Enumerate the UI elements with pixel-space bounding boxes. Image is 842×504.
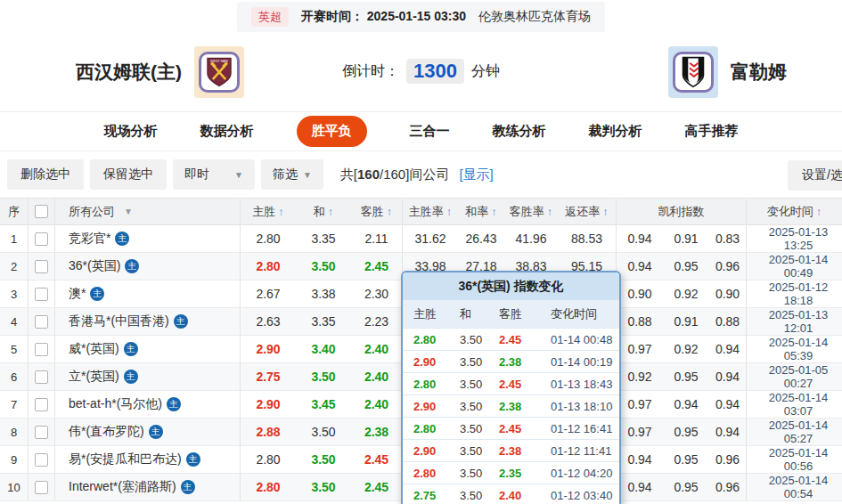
row-index: 8 bbox=[0, 419, 29, 445]
row-checkbox[interactable] bbox=[35, 288, 48, 301]
popup-odds-value: 3.50 bbox=[460, 355, 499, 369]
tab-item[interactable]: 三合一 bbox=[410, 123, 450, 140]
header-change-time[interactable]: 变化时间↑ bbox=[747, 199, 842, 224]
draw-odds-cell[interactable]: 3.35 bbox=[296, 308, 351, 335]
home-odds-cell[interactable]: 2.88 bbox=[241, 419, 296, 445]
kelly-cell: 0.97 bbox=[617, 336, 663, 362]
home-odds-cell[interactable]: 2.75 bbox=[241, 363, 296, 390]
home-odds-cell[interactable]: 2.67 bbox=[241, 280, 296, 307]
draw-odds-cell[interactable]: 3.45 bbox=[296, 391, 351, 418]
away-odds-cell[interactable]: 2.38 bbox=[351, 419, 403, 445]
draw-odds-cell[interactable]: 3.50 bbox=[296, 446, 351, 473]
row-checkbox[interactable] bbox=[35, 315, 48, 329]
draw-odds-cell[interactable]: 3.50 bbox=[296, 363, 351, 390]
kickoff-label: 开赛时间： bbox=[301, 9, 364, 23]
popup-odds-value: 2.75 bbox=[413, 489, 460, 502]
away-odds-cell[interactable]: 2.40 bbox=[351, 336, 403, 362]
away-odds-cell[interactable]: 2.40 bbox=[351, 391, 403, 418]
draw-odds-cell[interactable]: 3.40 bbox=[296, 336, 351, 362]
home-odds-cell[interactable]: 2.90 bbox=[241, 391, 296, 418]
row-checkbox[interactable] bbox=[35, 343, 48, 356]
home-odds-cell[interactable]: 2.80 bbox=[241, 253, 296, 280]
draw-odds-cell[interactable]: 3.50 bbox=[296, 253, 351, 280]
home-odds-cell[interactable]: 2.80 bbox=[241, 446, 296, 473]
away-odds-cell[interactable]: 2.45 bbox=[351, 474, 403, 500]
filter-label: 筛选 bbox=[273, 167, 298, 183]
company-name[interactable]: 易*(安提瓜和巴布达) bbox=[69, 451, 182, 467]
tab-item[interactable]: 现场分析 bbox=[104, 123, 158, 140]
header-away-odds[interactable]: 客胜↑ bbox=[351, 199, 403, 224]
company-name[interactable]: 澳* bbox=[69, 286, 86, 302]
away-odds-cell[interactable]: 2.11 bbox=[351, 225, 403, 252]
away-odds-cell[interactable]: 2.40 bbox=[351, 363, 403, 390]
home-odds-cell[interactable]: 2.90 bbox=[241, 336, 296, 362]
kelly-cell: 0.88 bbox=[617, 308, 663, 335]
away-team-logo bbox=[668, 46, 718, 98]
row-checkbox[interactable] bbox=[35, 453, 48, 467]
tab-item[interactable]: 裁判分析 bbox=[589, 123, 642, 140]
draw-odds-cell[interactable]: 3.35 bbox=[296, 225, 351, 252]
header-draw-rate[interactable]: 和率↑ bbox=[458, 199, 504, 224]
away-odds-cell[interactable]: 2.45 bbox=[351, 446, 403, 473]
settings-select-button[interactable]: 设置/选择 bbox=[788, 160, 842, 191]
away-odds-cell[interactable]: 2.23 bbox=[351, 308, 403, 335]
delete-selected-button[interactable]: 删除选中 bbox=[7, 159, 84, 190]
sort-up-icon: ↑ bbox=[446, 205, 453, 218]
header-away-rate[interactable]: 客胜率↑ bbox=[504, 199, 558, 224]
company-name[interactable]: 伟*(直布罗陀) bbox=[69, 424, 144, 440]
company-cell: 36*(英国)主 bbox=[55, 253, 241, 280]
popup-odds-value: 2.38 bbox=[499, 444, 551, 458]
popup-row: 2.903.502.3801-12 11:41 bbox=[403, 439, 619, 461]
countdown-value: 1300 bbox=[406, 59, 464, 84]
row-checkbox[interactable] bbox=[35, 370, 48, 384]
row-checkbox[interactable] bbox=[35, 260, 48, 273]
kelly-cell: 0.96 bbox=[709, 253, 747, 280]
select-all-checkbox[interactable] bbox=[35, 205, 48, 218]
change-time-cell: 2025-01-13 13:25 bbox=[747, 225, 842, 252]
row-checkbox-cell bbox=[29, 391, 55, 418]
company-name[interactable]: 36*(英国) bbox=[69, 258, 120, 274]
sort-up-icon: ↑ bbox=[328, 205, 334, 218]
header-home-odds[interactable]: 主胜↑ bbox=[241, 199, 296, 224]
tab-item[interactable]: 高手推荐 bbox=[685, 123, 739, 140]
venue-name: 伦敦奥林匹克体育场 bbox=[478, 9, 591, 25]
show-link[interactable]: [显示] bbox=[459, 167, 493, 183]
header-draw-odds[interactable]: 和↑ bbox=[296, 199, 351, 224]
popup-odds-value: 3.50 bbox=[460, 489, 499, 502]
filter-dropdown[interactable]: 筛选 ▼ bbox=[261, 159, 323, 190]
header-home-rate[interactable]: 主胜率↑ bbox=[403, 199, 458, 224]
kelly-cell: 0.92 bbox=[617, 363, 663, 390]
away-odds-cell[interactable]: 2.30 bbox=[351, 280, 403, 307]
home-odds-cell[interactable]: 2.80 bbox=[241, 474, 296, 500]
home-odds-cell[interactable]: 2.63 bbox=[241, 308, 296, 335]
draw-odds-cell[interactable]: 3.38 bbox=[296, 280, 351, 307]
kelly-cell: 0.94 bbox=[709, 419, 747, 445]
match-header: 西汉姆联(主) WEST HAM 倒计时： 1300 分钟 bbox=[0, 34, 842, 111]
row-checkbox[interactable] bbox=[35, 398, 48, 411]
row-checkbox[interactable] bbox=[35, 232, 48, 246]
home-odds-cell[interactable]: 2.80 bbox=[241, 225, 296, 252]
company-name[interactable]: 香港马*(中国香港) bbox=[69, 313, 169, 329]
company-name[interactable]: bet-at-h*(马尔他) bbox=[69, 396, 162, 412]
company-name[interactable]: 竞彩官* bbox=[69, 231, 110, 247]
tab-item[interactable]: 胜平负 bbox=[297, 116, 367, 147]
company-name[interactable]: 威*(英国) bbox=[69, 341, 119, 357]
kelly-cell: 0.88 bbox=[709, 308, 747, 335]
change-time-cell: 2025-01-14 03:07 bbox=[747, 391, 842, 418]
header-return-rate[interactable]: 返还率↑ bbox=[558, 199, 617, 224]
keep-selected-button[interactable]: 保留选中 bbox=[90, 159, 167, 190]
popup-odds-value: 2.80 bbox=[413, 422, 460, 435]
header-company[interactable]: 所有公司 ▼ bbox=[55, 199, 241, 224]
popup-change-time: 01-14 00:48 bbox=[551, 333, 619, 346]
company-name[interactable]: 立*(英国) bbox=[69, 369, 119, 385]
time-filter-dropdown[interactable]: 即时 ▼ bbox=[173, 159, 255, 190]
kelly-cell: 0.90 bbox=[617, 280, 663, 307]
row-checkbox[interactable] bbox=[35, 481, 48, 494]
company-name[interactable]: Interwet*(塞浦路斯) bbox=[69, 479, 176, 495]
away-odds-cell[interactable]: 2.45 bbox=[351, 253, 403, 280]
tab-item[interactable]: 教练分析 bbox=[493, 123, 546, 140]
tab-item[interactable]: 数据分析 bbox=[200, 123, 254, 140]
row-checkbox[interactable] bbox=[35, 426, 48, 439]
draw-odds-cell[interactable]: 3.50 bbox=[296, 474, 351, 500]
draw-odds-cell[interactable]: 3.50 bbox=[296, 419, 351, 445]
